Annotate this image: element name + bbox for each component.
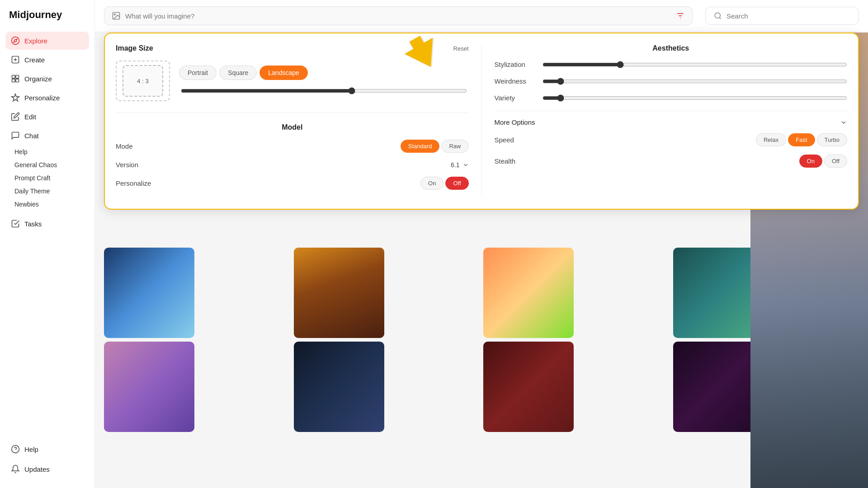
gallery-item[interactable] — [673, 342, 764, 432]
more-options-chevron-icon — [840, 119, 847, 126]
tasks-label: Tasks — [24, 220, 42, 228]
sidebar-item-personalize[interactable]: Personalize — [5, 89, 89, 107]
mode-row: Mode Standard Raw — [116, 140, 469, 153]
personalize-label: Personalize — [24, 94, 60, 102]
explore-label: Explore — [24, 37, 47, 45]
sidebar-bottom: Help Updates — [5, 440, 89, 479]
organize-icon — [11, 74, 20, 83]
stylization-row: Stylization — [495, 61, 848, 68]
stealth-off-btn[interactable]: Off — [824, 155, 847, 168]
personalize-on-btn[interactable]: On — [420, 177, 443, 190]
svg-point-0 — [12, 37, 19, 45]
svg-point-16 — [715, 13, 720, 18]
sidebar-item-updates[interactable]: Updates — [5, 460, 89, 478]
organize-label: Organize — [24, 75, 52, 83]
create-icon — [11, 55, 20, 64]
filter-button[interactable] — [676, 11, 685, 20]
model-section: Model Mode Standard Raw Version 6.1 — [116, 112, 469, 190]
aspect-ratio-preview-outer: 4 : 3 — [116, 61, 170, 101]
svg-rect-5 — [12, 75, 15, 79]
portrait-btn[interactable]: Portrait — [179, 66, 217, 80]
prompt-input[interactable] — [125, 12, 671, 20]
svg-rect-8 — [16, 79, 19, 82]
sidebar-item-help-bottom[interactable]: Help — [5, 440, 89, 458]
sidebar-item-general-chaos[interactable]: General Chaos — [5, 159, 89, 171]
standard-mode-btn[interactable]: Standard — [401, 140, 440, 153]
raw-mode-btn[interactable]: Raw — [441, 140, 468, 153]
sidebar-item-edit[interactable]: Edit — [5, 108, 89, 126]
sidebar-item-explore[interactable]: Explore — [5, 32, 89, 50]
bell-icon — [11, 465, 20, 474]
svg-rect-6 — [16, 75, 19, 79]
speed-row: Speed Relax Fast Turbo — [495, 133, 848, 146]
tasks-icon — [11, 219, 20, 228]
sidebar-item-tasks[interactable]: Tasks — [5, 215, 89, 233]
gallery-item[interactable] — [483, 342, 574, 432]
variety-slider[interactable] — [542, 94, 848, 102]
gallery-item[interactable] — [294, 248, 384, 338]
svg-line-17 — [719, 17, 721, 19]
compass-icon — [11, 36, 20, 45]
search-icon — [714, 12, 722, 20]
sidebar-item-chat[interactable]: Chat — [5, 127, 89, 145]
chat-icon — [11, 131, 20, 140]
fast-btn[interactable]: Fast — [788, 133, 815, 146]
image-icon — [112, 11, 121, 20]
personalize-row: Personalize On Off — [116, 177, 469, 190]
turbo-btn[interactable]: Turbo — [817, 133, 847, 146]
prompt-input-wrap[interactable] — [104, 6, 693, 25]
sidebar-item-organize[interactable]: Organize — [5, 70, 89, 88]
version-selector[interactable]: 6.1 — [451, 161, 468, 169]
svg-point-12 — [114, 14, 116, 15]
aspect-ratio-preview: 4 : 3 — [123, 65, 163, 97]
stealth-on-btn[interactable]: On — [799, 155, 822, 168]
square-btn[interactable]: Square — [219, 66, 257, 80]
speed-toggle-group: Relax Fast Turbo — [756, 133, 847, 146]
chevron-down-icon — [462, 162, 469, 168]
search-input[interactable] — [726, 12, 850, 20]
app-logo: Midjourney — [5, 9, 89, 21]
svg-rect-7 — [12, 79, 15, 82]
create-label: Create — [24, 56, 45, 64]
mode-label: Mode — [116, 142, 133, 150]
model-title: Model — [116, 123, 469, 131]
topbar — [95, 0, 868, 32]
version-row: Version 6.1 — [116, 161, 469, 169]
edit-label: Edit — [24, 113, 36, 121]
more-options-label: More Options — [495, 118, 535, 126]
gallery-item[interactable] — [104, 248, 194, 338]
weirdness-slider[interactable] — [542, 78, 848, 85]
speed-stealth-section: Speed Relax Fast Turbo Stealth On Off — [495, 133, 848, 168]
settings-dropdown: Image Size Reset 4 : 3 Portrait Square L… — [104, 33, 859, 210]
sidebar-item-prompt-craft[interactable]: Prompt Craft — [5, 172, 89, 184]
help-bottom-label: Help — [24, 446, 38, 453]
stylization-slider[interactable] — [542, 61, 848, 68]
left-panel: Image Size Reset 4 : 3 Portrait Square L… — [116, 44, 482, 198]
sidebar-item-daily-theme[interactable]: Daily Theme — [5, 185, 89, 197]
landscape-btn[interactable]: Landscape — [259, 66, 308, 80]
sidebar: Midjourney Explore Create Organize Perso… — [0, 0, 95, 488]
help-icon — [11, 445, 20, 454]
gallery-item[interactable] — [104, 342, 194, 432]
right-panel: Aesthetics Stylization Weirdness Variety… — [482, 44, 848, 198]
orientation-buttons: Portrait Square Landscape — [179, 66, 469, 80]
gallery-item[interactable] — [483, 248, 574, 338]
sidebar-item-newbies[interactable]: Newbies — [5, 198, 89, 211]
gallery-item[interactable] — [673, 248, 764, 338]
stealth-toggle-group: On Off — [799, 155, 847, 168]
version-label: Version — [116, 161, 138, 169]
main-content: Image Size Reset 4 : 3 Portrait Square L… — [95, 0, 868, 488]
gallery-item[interactable] — [294, 342, 384, 432]
size-slider-wrap — [179, 87, 469, 96]
image-size-title: Image Size — [116, 44, 153, 52]
personalize-off-btn[interactable]: Off — [445, 177, 468, 190]
relax-btn[interactable]: Relax — [756, 133, 786, 146]
stealth-label: Stealth — [495, 157, 516, 165]
more-options-toggle[interactable]: More Options — [495, 111, 848, 126]
weirdness-row: Weirdness — [495, 77, 848, 85]
size-slider[interactable] — [181, 87, 467, 94]
reset-button[interactable]: Reset — [453, 45, 469, 52]
aspect-ratio-label: 4 : 3 — [137, 78, 148, 84]
sidebar-item-help[interactable]: Help — [5, 145, 89, 158]
sidebar-item-create[interactable]: Create — [5, 51, 89, 69]
